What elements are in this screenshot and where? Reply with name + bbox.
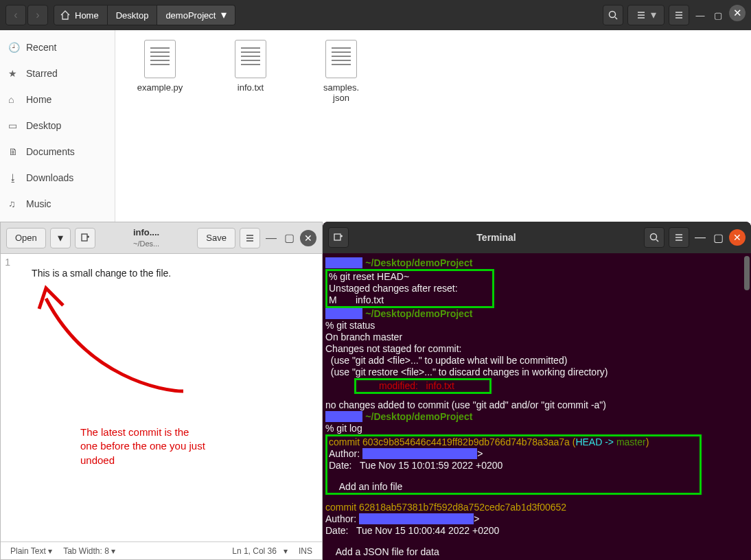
chevron-right-icon: ›: [36, 10, 39, 21]
file-name: info.txt: [238, 82, 264, 93]
text-editor-window: Open ▾ info....~/Des... Save — ▢ ✕ 1 Thi…: [0, 222, 323, 560]
maximize-button[interactable]: ▢: [711, 5, 725, 25]
music-icon: ♫: [8, 198, 19, 209]
button-label: Save: [206, 233, 227, 243]
file-name: samples. json: [323, 82, 359, 103]
menu-icon: [244, 233, 255, 244]
editor-text[interactable]: This is a small change to the file. The …: [12, 254, 322, 541]
sidebar-item-label: Downloads: [26, 172, 73, 183]
chevron-left-icon: ‹: [14, 10, 17, 21]
close-icon: ✕: [733, 7, 742, 19]
save-button[interactable]: Save: [197, 228, 235, 248]
terminal-header: Terminal — ▢ ✕: [323, 222, 751, 253]
scrollbar-thumb[interactable]: [744, 256, 750, 290]
open-dropdown-button[interactable]: ▾: [50, 228, 71, 248]
star-icon: ★: [8, 68, 19, 79]
search-button[interactable]: [644, 227, 665, 248]
svg-point-3: [651, 234, 657, 240]
close-button[interactable]: ✕: [300, 230, 316, 246]
hamburger-button[interactable]: [669, 227, 689, 248]
chevron-down-icon: ▾: [58, 233, 63, 244]
file-name: example.py: [137, 82, 183, 93]
sidebar-item-desktop[interactable]: ▭Desktop: [0, 113, 115, 139]
sidebar-item-label: Home: [26, 94, 51, 105]
hamburger-button[interactable]: [240, 228, 260, 248]
svg-point-0: [610, 12, 616, 18]
svg-rect-2: [334, 234, 340, 240]
new-document-icon: [80, 233, 91, 244]
path-segment-desktop[interactable]: Desktop: [108, 5, 158, 25]
scrollbar[interactable]: [743, 253, 751, 560]
menu-icon: [673, 232, 684, 243]
search-icon: [649, 232, 660, 243]
minimize-button[interactable]: —: [693, 5, 707, 25]
sidebar-item-recent[interactable]: 🕘Recent: [0, 34, 115, 60]
text-file-icon: [325, 40, 357, 78]
sidebar-item-label: Documents: [26, 146, 75, 157]
status-tabwidth[interactable]: Tab Width: 8 ▾: [63, 546, 115, 556]
search-button[interactable]: [603, 5, 623, 25]
list-icon: [636, 10, 647, 21]
line-gutter: 1: [1, 254, 12, 541]
close-button[interactable]: ✕: [729, 5, 746, 21]
file-item[interactable]: example.py: [129, 40, 191, 93]
new-tab-icon: [333, 232, 344, 243]
sidebar-item-starred[interactable]: ★Starred: [0, 60, 115, 86]
new-tab-button[interactable]: [328, 227, 349, 248]
nav-forward-button[interactable]: ›: [27, 5, 48, 25]
sidebar-item-documents[interactable]: 🗎Documents: [0, 139, 115, 165]
sidebar-item-downloads[interactable]: ⭳Downloads: [0, 165, 115, 191]
text-file-icon: [144, 40, 176, 78]
maximize-button[interactable]: ▢: [711, 231, 725, 244]
path-segment-home[interactable]: Home: [54, 5, 108, 25]
close-button[interactable]: ✕: [729, 229, 746, 246]
path-label: Home: [75, 10, 99, 21]
sidebar-item-music[interactable]: ♫Music: [0, 191, 115, 217]
path-label: demoProject: [165, 10, 216, 21]
highlight-box: modified: info.txt: [354, 378, 492, 394]
file-item[interactable]: samples. json: [310, 40, 372, 103]
highlight-box: % git reset HEAD~ Unstaged changes after…: [325, 269, 494, 308]
sidebar-item-label: Music: [26, 198, 51, 209]
terminal-output[interactable]: ~/Desktop/demoProject % git reset HEAD~ …: [323, 253, 751, 560]
file-manager-window: ‹ › Home Desktop demoProject ▾ ▾: [0, 0, 751, 222]
sidebar: 🕘Recent ★Starred ⌂Home ▭Desktop 🗎Documen…: [0, 30, 115, 222]
status-language[interactable]: Plain Text ▾: [10, 546, 52, 556]
terminal-window: Terminal — ▢ ✕ ~/Desktop/demoProject % g…: [323, 222, 751, 560]
sidebar-item-home[interactable]: ⌂Home: [0, 86, 115, 113]
sidebar-item-label: Desktop: [26, 120, 61, 131]
view-mode-button[interactable]: ▾: [627, 5, 665, 25]
annotation-arrow-icon: [5, 275, 197, 412]
minimize-button[interactable]: —: [264, 232, 278, 244]
hamburger-button[interactable]: [669, 5, 689, 25]
file-grid: example.py info.txt samples. json: [115, 30, 751, 222]
path-segment-project[interactable]: demoProject ▾: [157, 5, 235, 25]
annotation-text: The latest commit is the one before the …: [80, 425, 205, 467]
new-tab-button[interactable]: [75, 228, 95, 248]
button-label: Open: [15, 233, 37, 243]
path-label: Desktop: [116, 10, 149, 21]
document-title: info....~/Des...: [100, 227, 194, 248]
terminal-title: Terminal: [353, 232, 640, 243]
status-position[interactable]: Ln 1, Col 36 ▾: [232, 546, 288, 556]
text-editor-header: Open ▾ info....~/Des... Save — ▢ ✕: [1, 222, 322, 254]
search-icon: [608, 10, 619, 21]
close-icon: ✕: [304, 233, 312, 244]
minimize-button[interactable]: —: [693, 231, 707, 244]
desktop-icon: ▭: [8, 120, 19, 131]
file-manager-header: ‹ › Home Desktop demoProject ▾ ▾: [0, 0, 751, 30]
home-icon: ⌂: [8, 94, 19, 105]
status-insert-mode[interactable]: INS: [299, 546, 312, 556]
menu-icon: [673, 10, 684, 21]
file-item[interactable]: info.txt: [220, 40, 281, 93]
chevron-down-icon: ▾: [651, 10, 656, 21]
home-icon: [60, 10, 71, 21]
status-bar: Plain Text ▾ Tab Width: 8 ▾ Ln 1, Col 36…: [1, 541, 322, 559]
file-icon: 🗎: [8, 146, 19, 157]
text-file-icon: [235, 40, 266, 78]
close-icon: ✕: [733, 232, 741, 243]
maximize-button[interactable]: ▢: [282, 231, 296, 244]
editor-body[interactable]: 1 This is a small change to the file. Th…: [1, 254, 322, 541]
nav-back-button[interactable]: ‹: [5, 5, 26, 25]
open-button[interactable]: Open: [6, 228, 46, 248]
